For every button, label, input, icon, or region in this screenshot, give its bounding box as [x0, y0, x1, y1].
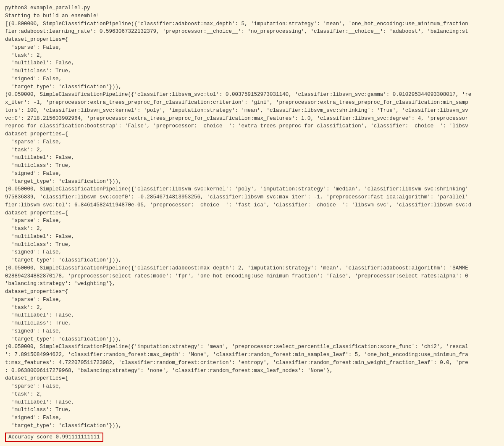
terminal-line: 'multilabel': False, [5, 398, 499, 406]
terminal-line: 975836839, 'classifier:libsvm_svc:coef0'… [5, 193, 499, 201]
terminal-line: 'sparse': False, [5, 383, 499, 391]
terminal-line: fier:libsvm_svc:tol': 6.8461458241194870… [5, 201, 499, 209]
terminal-line: 'target_type': 'classification'})), [5, 256, 499, 264]
terminal-line: dataset_properties={ [5, 130, 499, 138]
terminal-line: dataset_properties={ [5, 375, 499, 383]
terminal-line: 'task': 2, [5, 391, 499, 398]
terminal-line: dataset_properties={ [5, 288, 499, 296]
terminal-line: 'multiclass': True, [5, 406, 499, 414]
terminal-line: 'multilabel': False, [5, 59, 499, 67]
terminal-line: 'multiclass': True, [5, 67, 499, 75]
terminal-line: fier:adaboost:learning_rate': 0.59630673… [5, 28, 499, 36]
terminal-line: 'multilabel': False, [5, 154, 499, 162]
terminal-line: (0.050000, SimpleClassificationPipeline(… [5, 185, 499, 193]
terminal-line: 'multiclass': True, [5, 162, 499, 170]
terminal-line: 'signed': False, [5, 248, 499, 256]
terminal-line: 'task': 2, [5, 225, 499, 233]
terminal-line: dataset_properties={ [5, 209, 499, 217]
terminal-line: 'task': 2, [5, 304, 499, 312]
terminal-line: 'target_type': 'classification'})), [5, 335, 499, 343]
terminal-line: 'multilabel': False, [5, 311, 499, 319]
terminal-line: vc:C': 2718.215603902964, 'preprocessor:… [5, 115, 499, 123]
output-lines: python3 example_parallel.pyStarting to b… [5, 4, 499, 430]
terminal-line: 'multiclass': True, [5, 319, 499, 327]
terminal-line: Starting to build an ensemble! [5, 12, 499, 20]
terminal-line: python3 example_parallel.py [5, 4, 499, 12]
terminal-line: tors': 100, 'classifier:libsvm_svc:kerne… [5, 107, 499, 115]
terminal-line: 'signed': False, [5, 75, 499, 83]
terminal-line: 'balancing:strategy': 'weighting'}, [5, 280, 499, 288]
terminal-line: 'task': 2, [5, 52, 499, 60]
terminal-line: 'target_type': 'classification'})), [5, 83, 499, 91]
terminal-line: 'sparse': False, [5, 217, 499, 225]
terminal-line: 'target_type': 'classification'})), [5, 422, 499, 430]
terminal-line: 'task': 2, [5, 146, 499, 154]
terminal-line: [(0.800000, SimpleClassificationPipeline… [5, 20, 499, 28]
terminal-line: 'signed': False, [5, 414, 499, 422]
terminal-line: dataset_properties={ [5, 36, 499, 44]
terminal-line: ': 7.8915084994622, 'classifier:random_f… [5, 351, 499, 359]
terminal-line: 'sparse': False, [5, 138, 499, 146]
terminal-line: reproc_for_classification:bootstrap': 'F… [5, 122, 499, 130]
terminal-line: 'target_type': 'classification'})), [5, 178, 499, 186]
accuracy-box: Accuracy score 0.991111111111 [5, 433, 103, 442]
terminal-line: 'multiclass': True, [5, 241, 499, 249]
terminal-line: (0.050000, SimpleClassificationPipeline(… [5, 343, 499, 351]
terminal-line: 'sparse': False, [5, 44, 499, 52]
terminal-line: : 0.06380006117279968, 'balancing:strate… [5, 367, 499, 375]
terminal-line: t:max_features': 4.722070511723982, 'cla… [5, 359, 499, 367]
terminal-line: 'signed': False, [5, 170, 499, 178]
terminal-line: x_iter': -1, 'preprocessor:extra_trees_p… [5, 99, 499, 107]
terminal-line: 028894234882870178, 'preprocessor:select… [5, 272, 499, 280]
terminal-line: 'multilabel': False, [5, 233, 499, 241]
terminal-line: 'signed': False, [5, 327, 499, 335]
terminal-line: (0.050000, SimpleClassificationPipeline(… [5, 91, 499, 99]
terminal-line: 'sparse': False, [5, 296, 499, 304]
terminal-line: (0.050000, SimpleClassificationPipeline(… [5, 264, 499, 272]
terminal-window: python3 example_parallel.pyStarting to b… [0, 0, 504, 446]
